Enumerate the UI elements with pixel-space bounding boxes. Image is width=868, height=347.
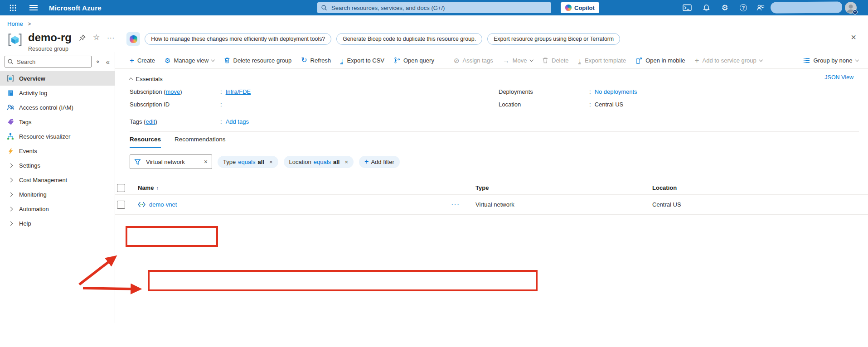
collapse-menu-icon[interactable]: « bbox=[106, 58, 110, 66]
resource-visualizer-icon bbox=[6, 133, 15, 140]
subscription-link[interactable]: Infra/FDE bbox=[226, 88, 251, 95]
group-list-icon bbox=[803, 58, 810, 63]
app-launcher-icon[interactable] bbox=[5, 0, 21, 15]
suggestion-chip[interactable]: Export resource groups using Bicep or Te… bbox=[487, 33, 620, 45]
deployments-link[interactable]: No deployments bbox=[595, 88, 637, 95]
resource-link[interactable]: demo-vnet bbox=[149, 201, 177, 208]
breadcrumb: Home > bbox=[0, 15, 868, 27]
open-in-mobile-button[interactable]: Open in mobile bbox=[635, 57, 685, 64]
filter-chip-type[interactable]: Type equals all × bbox=[218, 156, 278, 168]
menu-hamburger-icon[interactable] bbox=[25, 0, 42, 15]
redacted-account-area bbox=[771, 1, 842, 13]
sidebar-item-resource-visualizer[interactable]: Resource visualizer bbox=[0, 129, 115, 144]
settings-gear-icon[interactable]: ⚙ bbox=[717, 0, 732, 15]
suggestion-chip[interactable]: Generate Bicep code to duplicate this re… bbox=[336, 33, 482, 45]
suggestion-chip[interactable]: How to manage these changes more efficie… bbox=[145, 33, 331, 45]
avatar[interactable] bbox=[845, 2, 857, 14]
column-header-type[interactable]: Type bbox=[475, 184, 652, 191]
add-tags-link[interactable]: Add tags bbox=[226, 118, 249, 125]
mobile-share-icon bbox=[635, 57, 642, 64]
move-link[interactable]: move bbox=[165, 88, 180, 95]
sidebar-item-events[interactable]: Events bbox=[0, 144, 115, 158]
close-blade-icon[interactable]: × bbox=[851, 33, 856, 42]
notifications-bell-icon[interactable] bbox=[698, 0, 714, 15]
manage-view-button[interactable]: ⚙ Manage view bbox=[165, 57, 214, 64]
clear-filter-icon[interactable]: × bbox=[204, 158, 208, 165]
sidebar-item-help[interactable]: Help bbox=[0, 216, 115, 231]
select-all-checkbox[interactable] bbox=[117, 184, 125, 192]
filter-search-box[interactable]: × bbox=[130, 154, 212, 169]
activity-log-icon bbox=[6, 90, 15, 96]
edit-tags-link[interactable]: edit bbox=[145, 118, 155, 125]
add-to-service-group-button[interactable]: + Add to service group bbox=[695, 57, 762, 64]
add-filter-button[interactable]: + Add filter bbox=[359, 156, 400, 168]
table-row[interactable]: demo-vnet ··· Virtual network Central US bbox=[115, 195, 868, 215]
chevron-down-icon bbox=[855, 58, 858, 62]
export-to-csv-button[interactable]: ↓ Export to CSV bbox=[340, 57, 384, 64]
delete-resource-group-button[interactable]: Delete resource group bbox=[224, 57, 292, 64]
breadcrumb-separator: > bbox=[28, 21, 31, 27]
sidebar-item-settings[interactable]: Settings bbox=[0, 158, 115, 173]
tab-recommendations[interactable]: Recommendations bbox=[175, 136, 226, 148]
more-options-icon[interactable]: ··· bbox=[107, 34, 115, 41]
chevron-down-icon bbox=[211, 58, 215, 62]
move-button[interactable]: → Move bbox=[503, 57, 533, 64]
copilot-suggestions-icon[interactable] bbox=[126, 32, 140, 46]
refresh-button[interactable]: ↻ Refresh bbox=[301, 57, 331, 64]
column-header-location[interactable]: Location bbox=[652, 184, 868, 191]
sidebar-item-tags[interactable]: Tags bbox=[0, 115, 115, 129]
global-search-input[interactable] bbox=[330, 4, 548, 12]
global-search[interactable] bbox=[317, 2, 551, 13]
sidebar-item-label: Monitoring bbox=[19, 191, 47, 198]
filter-chip-location[interactable]: Location equals all × bbox=[284, 156, 354, 168]
copilot-button[interactable]: Copilot bbox=[561, 2, 599, 13]
brand-title[interactable]: Microsoft Azure bbox=[49, 0, 102, 15]
pin-icon[interactable] bbox=[79, 34, 86, 41]
sidebar-item-label: Events bbox=[19, 148, 37, 154]
arrow-right-icon: → bbox=[503, 57, 509, 64]
trash-icon bbox=[542, 57, 548, 63]
refresh-icon: ↻ bbox=[301, 57, 307, 64]
branch-icon bbox=[394, 57, 400, 63]
favorite-star-icon[interactable]: ☆ bbox=[93, 33, 100, 42]
row-context-menu-icon[interactable]: ··· bbox=[451, 201, 460, 208]
open-query-button[interactable]: Open query bbox=[394, 57, 434, 64]
breadcrumb-home-link[interactable]: Home bbox=[7, 20, 23, 27]
search-icon bbox=[7, 58, 14, 65]
tab-resources[interactable]: Resources bbox=[130, 136, 161, 148]
sidebar-item-label: Settings bbox=[19, 162, 40, 169]
download-icon: ↓ bbox=[340, 57, 344, 64]
sidebar-item-label: Tags bbox=[19, 119, 31, 125]
sidebar-item-label: Access control (IAM) bbox=[19, 104, 73, 111]
filter-search-input[interactable] bbox=[145, 158, 200, 166]
tab-strip: Resources Recommendations bbox=[115, 132, 868, 148]
group-by-dropdown[interactable]: Group by none bbox=[803, 57, 858, 64]
export-template-button[interactable]: ↓ Export template bbox=[578, 57, 626, 64]
chevron-right-icon bbox=[6, 193, 15, 196]
sidebar-item-access-control[interactable]: Access control (IAM) bbox=[0, 100, 115, 115]
feedback-icon[interactable] bbox=[752, 0, 768, 15]
search-icon bbox=[321, 5, 327, 11]
sidebar-search-input[interactable] bbox=[5, 56, 92, 67]
sidebar-item-automation[interactable]: Automation bbox=[0, 202, 115, 216]
sidebar-item-monitoring[interactable]: Monitoring bbox=[0, 187, 115, 202]
json-view-link[interactable]: JSON View bbox=[824, 74, 853, 81]
sidebar-item-activity-log[interactable]: Activity log bbox=[0, 86, 115, 100]
column-header-name[interactable]: Name bbox=[138, 184, 154, 191]
help-icon[interactable]: ? bbox=[736, 0, 751, 15]
remove-filter-icon[interactable]: × bbox=[345, 159, 349, 165]
essentials-field-location: Location : Central US bbox=[499, 98, 853, 111]
chevron-down-icon bbox=[759, 58, 763, 62]
create-button[interactable]: + Create bbox=[130, 57, 155, 64]
sidebar-item-overview[interactable]: Overview bbox=[0, 71, 115, 86]
cloud-shell-icon[interactable] bbox=[679, 0, 695, 15]
delete-button[interactable]: Delete bbox=[542, 57, 569, 64]
row-checkbox[interactable] bbox=[117, 201, 125, 209]
sidebar-item-cost-management[interactable]: Cost Management bbox=[0, 173, 115, 187]
sidebar-item-label: Cost Management bbox=[19, 177, 67, 183]
remove-filter-icon[interactable]: × bbox=[269, 159, 273, 165]
essentials-toggle[interactable]: Essentials bbox=[130, 74, 853, 83]
menu-sort-icon[interactable]: ⋄ bbox=[96, 58, 100, 65]
sidebar-search[interactable] bbox=[5, 56, 92, 67]
assign-tags-button[interactable]: ⊘ Assign tags bbox=[454, 57, 493, 64]
